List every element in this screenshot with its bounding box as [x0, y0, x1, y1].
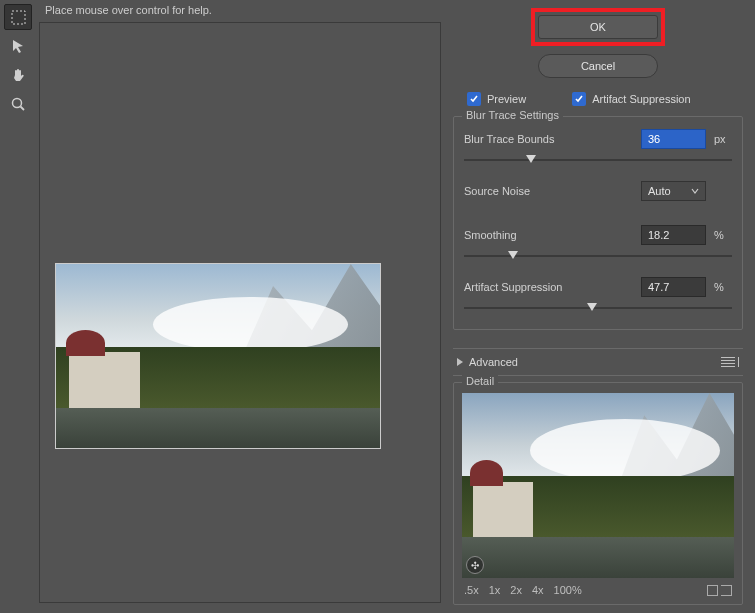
- blur-bounds-label: Blur Trace Bounds: [464, 133, 633, 145]
- artifact-input[interactable]: [641, 277, 706, 297]
- smoothing-label: Smoothing: [464, 229, 633, 241]
- ok-button[interactable]: OK: [538, 15, 658, 39]
- chevron-down-icon: [691, 187, 699, 195]
- blur-bounds-slider[interactable]: [464, 153, 732, 167]
- help-bar: Place mouse over control for help.: [39, 0, 441, 22]
- advanced-toggle[interactable]: Advanced: [453, 348, 743, 376]
- cancel-button[interactable]: Cancel: [538, 54, 658, 78]
- arrow-tool[interactable]: [4, 33, 32, 59]
- hand-tool[interactable]: [4, 62, 32, 88]
- artifact-slider[interactable]: [464, 301, 732, 315]
- preview-canvas[interactable]: [39, 22, 441, 603]
- blur-bounds-unit: px: [714, 133, 732, 145]
- smoothing-slider[interactable]: [464, 249, 732, 263]
- settings-panel: OK Cancel Preview Artifact Suppression B…: [445, 0, 755, 613]
- artifact-suppression-label: Artifact Suppression: [592, 93, 690, 105]
- blur-trace-legend: Blur Trace Settings: [462, 109, 563, 121]
- check-icon: [572, 92, 586, 106]
- zoom-100[interactable]: 100%: [554, 584, 582, 596]
- triangle-right-icon: [457, 358, 463, 366]
- smoothing-input[interactable]: [641, 225, 706, 245]
- check-icon: [467, 92, 481, 106]
- svg-point-1: [13, 99, 22, 108]
- detail-window-icon[interactable]: [721, 585, 732, 596]
- artifact-label: Artifact Suppression: [464, 281, 633, 293]
- artifact-suppression-checkbox[interactable]: Artifact Suppression: [572, 92, 690, 106]
- loupe-icon[interactable]: ✣: [466, 556, 484, 574]
- preview-image: [55, 263, 381, 449]
- detail-legend: Detail: [462, 375, 498, 387]
- detail-section: Detail ✣ .5x 1x 2x 4x 100%: [453, 382, 743, 605]
- source-noise-select[interactable]: Auto: [641, 181, 706, 201]
- detail-image[interactable]: ✣: [462, 393, 734, 578]
- zoom-05x[interactable]: .5x: [464, 584, 479, 596]
- source-noise-label: Source Noise: [464, 185, 633, 197]
- svg-line-2: [21, 107, 25, 111]
- zoom-1x[interactable]: 1x: [489, 584, 501, 596]
- svg-rect-0: [12, 11, 25, 24]
- panel-menu-icon[interactable]: [723, 357, 739, 367]
- zoom-tool[interactable]: [4, 91, 32, 117]
- artifact-unit: %: [714, 281, 732, 293]
- preview-checkbox[interactable]: Preview: [467, 92, 526, 106]
- preview-label: Preview: [487, 93, 526, 105]
- tool-palette: [0, 0, 35, 613]
- blur-bounds-input[interactable]: [641, 129, 706, 149]
- blur-trace-settings: Blur Trace Settings Blur Trace Bounds px…: [453, 116, 743, 330]
- preview-pane: Place mouse over control for help.: [35, 0, 445, 613]
- detail-window-icon[interactable]: [707, 585, 718, 596]
- marquee-tool[interactable]: [4, 4, 32, 30]
- zoom-4x[interactable]: 4x: [532, 584, 544, 596]
- source-noise-value: Auto: [648, 185, 671, 197]
- ok-highlight: OK: [531, 8, 665, 46]
- zoom-2x[interactable]: 2x: [510, 584, 522, 596]
- advanced-label: Advanced: [469, 356, 518, 368]
- detail-zoom-bar: .5x 1x 2x 4x 100%: [462, 584, 734, 598]
- smoothing-unit: %: [714, 229, 732, 241]
